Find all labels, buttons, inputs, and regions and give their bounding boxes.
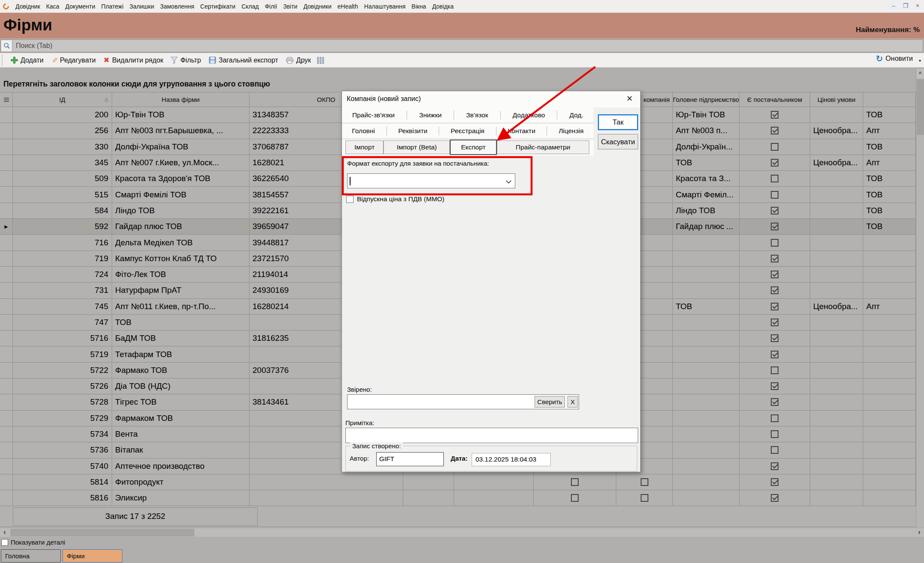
floppy-icon (209, 57, 216, 64)
delete-row-button[interactable]: ✖ Видалити рядок (101, 54, 169, 67)
table-row[interactable]: 5814Фитопродукт (0, 474, 916, 490)
refresh-icon: ↻ (876, 54, 883, 63)
scroll-up-icon[interactable]: ^ (916, 69, 924, 78)
cell-parent (673, 331, 740, 346)
menu-item-Каса[interactable]: Каса (43, 3, 62, 10)
vat-price-toggle[interactable]: Відпускна ціна з ПДВ (ММО) (346, 195, 445, 203)
date-input[interactable]: 03.12.2025 18:04:03 (472, 453, 551, 466)
horizontal-scrollbar[interactable]: ‹ › (0, 528, 924, 537)
tab-holovna[interactable]: Головна (1, 549, 61, 563)
dialog-tab-Реквізити[interactable]: Реквізити (398, 127, 427, 135)
dialog-tab-Ліцензія[interactable]: Ліцензія (559, 127, 583, 135)
verify-clear-button[interactable]: X (567, 396, 578, 408)
menu-item-Налаштування[interactable]: Налаштування (361, 3, 409, 10)
dialog-tab-Прайс-параметри[interactable]: Прайс-параметри (497, 140, 589, 154)
edit-button[interactable]: ✎ Редагувати (49, 54, 101, 67)
menu-item-Замовлення[interactable]: Замовлення (157, 3, 197, 10)
author-input[interactable]: GIFT (376, 452, 444, 466)
cell-parent: Апт №003 п... (673, 123, 740, 139)
cell-supplier (740, 123, 810, 139)
menu-item-Довідники[interactable]: Довідники (300, 3, 335, 10)
search-bar (0, 39, 924, 53)
menu-item-Сертифікати[interactable]: Сертифікати (197, 3, 238, 10)
title-bar: Фірми Найменування: % (0, 13, 924, 39)
column-header-price-terms[interactable]: Цінові умови (810, 92, 863, 107)
toolbar-overflow-icon[interactable]: ▾ (919, 58, 921, 63)
cell-parent: Долфі-Україн... (673, 139, 740, 155)
menu-item-Документи[interactable]: Документи (62, 3, 98, 10)
columns-icon[interactable] (317, 57, 324, 64)
dialog-tab-Головні[interactable]: Головні (352, 127, 375, 135)
column-header-parent[interactable]: Головне підприємство (673, 92, 740, 107)
search-input[interactable] (12, 40, 923, 51)
menu-item-Вікна[interactable]: Вікна (409, 3, 429, 10)
cell-type: Апт (863, 123, 916, 139)
column-header-name[interactable]: Назва фірми (112, 92, 250, 107)
horizontal-scroll-thumb[interactable] (10, 529, 194, 536)
dialog-tab-Імпорт[interactable]: Імпорт (345, 140, 383, 154)
column-header-id[interactable]: ІД△ (13, 92, 112, 107)
add-button[interactable]: Додати (8, 54, 49, 67)
cell-company (616, 474, 673, 490)
export-format-combobox[interactable] (347, 173, 515, 188)
checkbox-icon (771, 159, 778, 167)
menu-item-Довідник[interactable]: Довідник (12, 3, 43, 10)
menu-item-Звіти[interactable]: Звіти (280, 3, 300, 10)
checkbox-icon (641, 478, 648, 486)
column-header-type[interactable] (863, 92, 916, 107)
close-window-icon[interactable]: × (913, 1, 922, 10)
window-controls: – ❐ × (889, 1, 922, 10)
menu-item-Платежі[interactable]: Платежі (98, 3, 127, 10)
cell-type (863, 363, 916, 378)
menu-item-Філії[interactable]: Філії (262, 3, 280, 10)
cell-type: Апт (863, 155, 916, 171)
cell-id: 5728 (13, 394, 112, 410)
cell-price-terms (810, 283, 863, 298)
table-row[interactable]: 5816Эликсир (0, 490, 916, 506)
menu-item-Довідка[interactable]: Довідка (429, 3, 457, 10)
filter-button[interactable]: Фільтр (168, 54, 206, 67)
cell-price-terms (810, 411, 863, 426)
vat-price-checkbox[interactable] (346, 196, 354, 203)
dialog-tab-Реєстрація[interactable]: Реєстрація (451, 127, 484, 135)
dialog-tab-Контакти[interactable]: Контакти (508, 127, 535, 135)
menu-item-eHealth[interactable]: eHealth (335, 3, 361, 10)
cell-type (863, 251, 916, 267)
search-box[interactable] (0, 39, 923, 52)
column-header-supplier[interactable]: Є постачальником (740, 92, 810, 107)
tab-separator (496, 127, 496, 135)
dialog-tab-Додатково[interactable]: Додатково (513, 111, 545, 119)
menu-item-Склад[interactable]: Склад (238, 3, 262, 10)
menu-item-Залишки[interactable]: Залишки (127, 3, 157, 10)
cell-parent: Ліндо ТОВ (673, 203, 740, 219)
cell-supplier (740, 315, 810, 331)
dialog-tab-Знижки[interactable]: Знижки (419, 111, 442, 119)
global-export-button[interactable]: Загальний експорт (206, 54, 283, 67)
checkbox-icon (771, 271, 778, 278)
verify-button[interactable]: Сверить (535, 396, 565, 408)
minimize-icon[interactable]: – (889, 1, 898, 10)
grid-menu-icon[interactable] (4, 98, 9, 102)
scroll-left-icon[interactable]: ‹ (0, 528, 9, 537)
dialog-tab-Прайс-зв'язки[interactable]: Прайс-зв'язки (352, 111, 395, 119)
show-details-checkbox[interactable] (1, 539, 8, 546)
cancel-button[interactable]: Скасувати (598, 134, 638, 149)
note-input[interactable] (345, 428, 638, 443)
print-button[interactable]: Друк (283, 54, 316, 67)
dialog-tab-Імпорт (Beta)[interactable]: Імпорт (Beta) (383, 140, 450, 154)
dialog-tab-Дод.[interactable]: Дод. (570, 111, 583, 119)
checkbox-icon (771, 446, 778, 454)
dialog-tab-Зв'язок[interactable]: Зв'язок (466, 111, 488, 119)
checkbox-icon (771, 319, 778, 326)
vertical-scrollbar[interactable]: ^ (916, 69, 924, 527)
refresh-button[interactable]: ↻ Оновити (876, 54, 913, 63)
chevron-down-icon[interactable] (506, 178, 511, 184)
vertical-scroll-thumb[interactable] (917, 79, 924, 135)
restore-icon[interactable]: ❐ (901, 1, 910, 10)
dialog-tab-Експорт[interactable]: Експорт (450, 140, 496, 155)
tab-firmy[interactable]: Фірми (62, 549, 122, 563)
show-details-toggle[interactable]: Показувати деталі (1, 539, 65, 546)
dialog-close-icon[interactable]: × (623, 92, 636, 105)
scroll-right-icon[interactable]: › (915, 528, 924, 537)
ok-button[interactable]: Так (598, 114, 638, 130)
